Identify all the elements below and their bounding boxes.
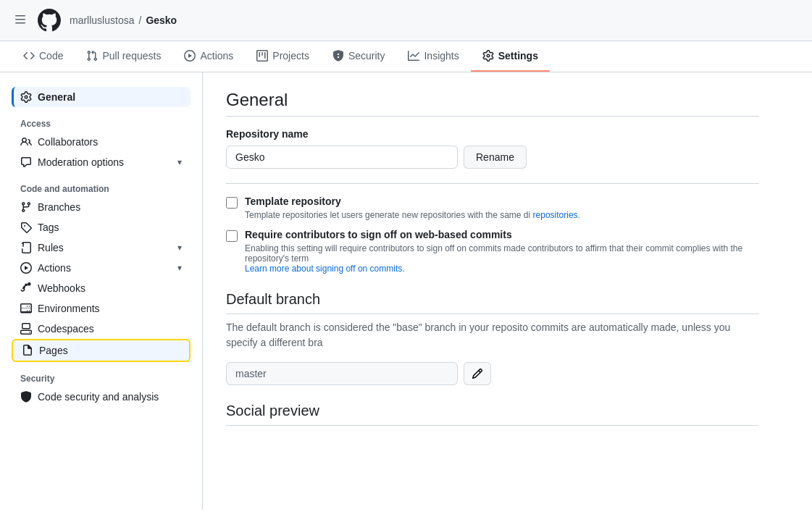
settings-icon <box>482 50 494 62</box>
repo-name-input-row: Rename <box>226 146 759 169</box>
sidebar-item-codespaces[interactable]: Codespaces <box>12 319 191 339</box>
require-signoff-desc: Enabling this setting will require contr… <box>245 243 759 274</box>
codespaces-icon <box>20 323 32 335</box>
sidebar-item-collaborators[interactable]: Collaborators <box>12 132 191 152</box>
tab-actions[interactable]: Actions <box>172 41 245 72</box>
sidebar-item-webhooks[interactable]: Webhooks <box>12 278 191 298</box>
sidebar-item-branches[interactable]: Branches <box>12 197 191 217</box>
tab-settings[interactable]: Settings <box>471 41 550 72</box>
repo-name[interactable]: Gesko <box>146 14 177 26</box>
sidebar-item-tags[interactable]: Tags <box>12 217 191 238</box>
branch-input-row <box>226 362 759 385</box>
repo-name-input[interactable] <box>226 146 458 169</box>
chevron-down-icon-actions: ▾ <box>177 263 182 273</box>
actions-icon <box>184 50 196 62</box>
actions-label: Actions <box>38 262 71 274</box>
sidebar-section-access: Access Collaborators Moderation options … <box>12 113 191 172</box>
rename-button[interactable]: Rename <box>464 146 527 169</box>
sidebar-item-code-security[interactable]: Code security and analysis <box>12 387 191 407</box>
chevron-down-icon: ▾ <box>177 157 182 167</box>
projects-icon <box>256 50 268 62</box>
tag-icon <box>20 222 32 233</box>
tags-label: Tags <box>38 222 59 233</box>
gear-icon <box>20 91 32 103</box>
sidebar-item-rules[interactable]: Rules ▾ <box>12 238 191 258</box>
require-signoff-content: Require contributors to sign off on web-… <box>245 229 759 274</box>
sidebar-section-code-automation: Code and automation Branches Tags Rules … <box>12 178 191 362</box>
main-content: General Repository name Rename Template … <box>203 72 782 510</box>
people-icon <box>20 136 32 148</box>
webhook-icon <box>20 282 32 294</box>
moderation-label: Moderation options <box>38 156 124 168</box>
server-icon <box>20 303 32 314</box>
security-section-label: Security <box>12 368 191 387</box>
nav-tabs: Code Pull requests Actions Projects Secu… <box>0 41 812 72</box>
social-preview-title: Social preview <box>226 403 759 426</box>
default-branch-title: Default branch <box>226 291 759 314</box>
require-signoff-row: Require contributors to sign off on web-… <box>226 229 759 274</box>
shield-icon <box>20 391 32 403</box>
collaborators-label: Collaborators <box>38 136 98 148</box>
chevron-down-icon-rules: ▾ <box>177 243 182 253</box>
sidebar-item-general[interactable]: General <box>12 87 191 107</box>
header: marlluslustosa / Gesko <box>0 0 812 41</box>
insights-icon <box>408 50 419 62</box>
template-repo-label: Template repository <box>245 196 580 207</box>
edit-branch-button[interactable] <box>464 362 491 385</box>
general-label: General <box>38 91 75 103</box>
comment-icon <box>20 156 32 168</box>
sidebar-item-moderation[interactable]: Moderation options ▾ <box>12 152 191 172</box>
github-logo <box>38 9 61 32</box>
breadcrumb-separator: / <box>138 14 141 26</box>
sidebar: General Access Collaborators Moderation … <box>0 72 203 510</box>
branch-icon <box>20 201 32 213</box>
page-title: General <box>226 90 759 117</box>
sidebar-item-environments[interactable]: Environments <box>12 298 191 319</box>
page-layout: General Access Collaborators Moderation … <box>0 72 812 510</box>
sidebar-item-actions[interactable]: Actions ▾ <box>12 258 191 278</box>
rules-icon <box>20 242 32 253</box>
environments-label: Environments <box>38 303 100 314</box>
pages-icon <box>22 345 33 356</box>
tab-security[interactable]: Security <box>321 41 397 72</box>
require-signoff-label: Require contributors to sign off on web-… <box>245 229 759 240</box>
signoff-link[interactable]: Learn more about signing off on commits. <box>245 264 405 274</box>
tab-insights[interactable]: Insights <box>396 41 470 72</box>
rules-label: Rules <box>38 242 64 253</box>
template-repo-row: Template repository Template repositorie… <box>226 196 759 220</box>
require-signoff-checkbox[interactable] <box>226 230 238 242</box>
codespaces-label: Codespaces <box>38 323 94 335</box>
play-icon <box>20 262 32 274</box>
sidebar-item-pages[interactable]: Pages <box>12 339 191 362</box>
webhooks-label: Webhooks <box>38 282 85 294</box>
pr-icon <box>86 50 98 62</box>
tab-code[interactable]: Code <box>12 41 75 72</box>
repo-name-form: Repository name Rename <box>226 128 759 169</box>
pencil-icon <box>472 368 483 379</box>
code-automation-label: Code and automation <box>12 178 191 197</box>
code-icon <box>23 50 35 62</box>
divider-1 <box>226 183 759 184</box>
code-security-label: Code security and analysis <box>38 391 159 403</box>
access-section-label: Access <box>12 113 191 132</box>
tab-projects[interactable]: Projects <box>245 41 321 72</box>
breadcrumb: marlluslustosa / Gesko <box>70 14 177 26</box>
template-repo-content: Template repository Template repositorie… <box>245 196 580 220</box>
repo-name-label: Repository name <box>226 128 759 140</box>
branch-input[interactable] <box>226 362 458 385</box>
branches-label: Branches <box>38 201 80 213</box>
repo-owner[interactable]: marlluslustosa <box>70 14 134 26</box>
sidebar-section-security: Security Code security and analysis <box>12 368 191 407</box>
tab-pull-requests[interactable]: Pull requests <box>75 41 172 72</box>
checkboxes-group: Template repository Template repositorie… <box>226 196 759 274</box>
pages-label: Pages <box>39 345 68 356</box>
template-repo-checkbox[interactable] <box>226 197 238 209</box>
default-branch-desc: The default branch is considered the "ba… <box>226 320 759 350</box>
hamburger-menu[interactable] <box>12 11 29 30</box>
repos-link[interactable]: repositories <box>533 210 578 220</box>
template-repo-desc: Template repositories let users generate… <box>245 210 580 220</box>
security-icon <box>332 50 344 62</box>
